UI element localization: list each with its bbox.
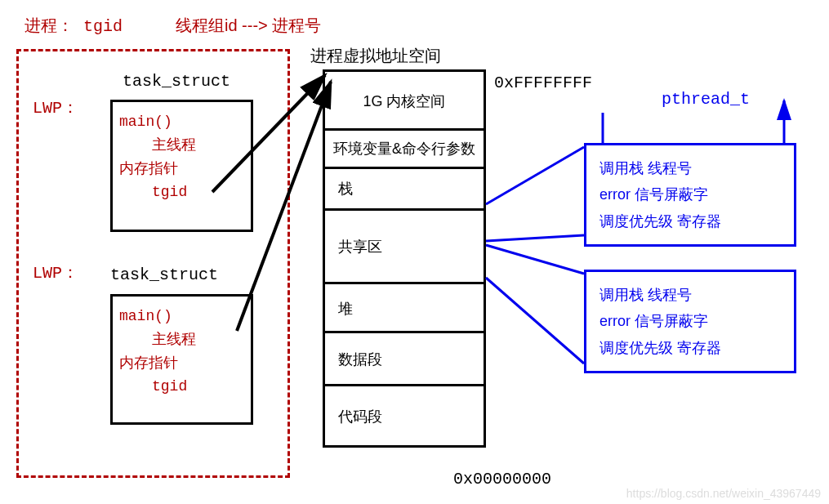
bb2-l1: 调用栈 线程号 — [599, 282, 781, 308]
task-struct-box-1: main() 主线程 内存指针 tgid — [110, 100, 253, 232]
bb2-l2: error 信号屏蔽字 — [599, 308, 781, 334]
mem-kernel: 1G 内核空间 — [323, 69, 486, 131]
ts2-content: main() 主线程 内存指针 tgid — [113, 297, 251, 407]
mem-heap: 堆 — [323, 284, 486, 333]
mem-stack: 栈 — [323, 169, 486, 211]
mem-code: 代码段 — [323, 386, 486, 448]
ts1-content: main() 主线程 内存指针 tgid — [113, 102, 251, 212]
memory-title: 进程虚拟地址空间 — [310, 45, 441, 67]
address-low: 0x00000000 — [453, 470, 551, 488]
memory-column: 1G 内核空间 环境变量&命令行参数 栈 共享区 堆 数据段 代码段 — [323, 69, 486, 448]
pthread-box-1: 调用栈 线程号 error 信号屏蔽字 调度优先级 寄存器 — [584, 143, 796, 247]
connector-shared-to-bb2-bottom — [486, 278, 584, 364]
watermark: https://blog.csdn.net/weixin_43967449 — [626, 487, 821, 500]
bb2-l3: 调度优先级 寄存器 — [599, 335, 781, 361]
mem-env: 环境变量&命令行参数 — [323, 131, 486, 169]
ts2-main: main() — [119, 305, 244, 328]
ts1-mainthread: 主线程 — [119, 134, 244, 158]
top-process-label: 进程： tgid — [25, 15, 123, 37]
bb1-l2: error 信号屏蔽字 — [599, 181, 781, 207]
thread-group-arrow-text: 线程组id ---> 进程号 — [176, 15, 321, 37]
pthread-t-label: pthread_t — [662, 90, 750, 109]
ts1-main: main() — [119, 110, 244, 134]
ts2-mainthread: 主线程 — [119, 328, 244, 352]
task-struct-box-2: main() 主线程 内存指针 tgid — [110, 294, 253, 425]
tgid-text: tgid — [83, 17, 123, 36]
address-high: 0xFFFFFFFF — [494, 74, 592, 92]
connector-stack-to-bb1-top — [486, 147, 584, 204]
connector-shared-to-bb2-top — [486, 245, 584, 274]
mem-shared: 共享区 — [323, 211, 486, 284]
lwp2-label: LWP： — [33, 261, 78, 283]
task-struct-label-2: task_struct — [110, 265, 218, 284]
bb1-l3: 调度优先级 寄存器 — [599, 208, 781, 234]
ts2-memptr: 内存指针 — [119, 352, 244, 376]
task-struct-label-1: task_struct — [123, 72, 230, 91]
mem-data: 数据段 — [323, 333, 486, 386]
ts2-tgid: tgid — [119, 375, 244, 399]
ts1-memptr: 内存指针 — [119, 158, 244, 181]
bb1-l1: 调用栈 线程号 — [599, 155, 781, 181]
lwp1-label: LWP： — [33, 96, 78, 118]
connector-stack-to-bb1-bottom — [486, 235, 584, 241]
ts1-tgid: tgid — [119, 181, 244, 204]
pthread-box-2: 调用栈 线程号 error 信号屏蔽字 调度优先级 寄存器 — [584, 270, 796, 373]
process-text: 进程： — [25, 17, 74, 36]
